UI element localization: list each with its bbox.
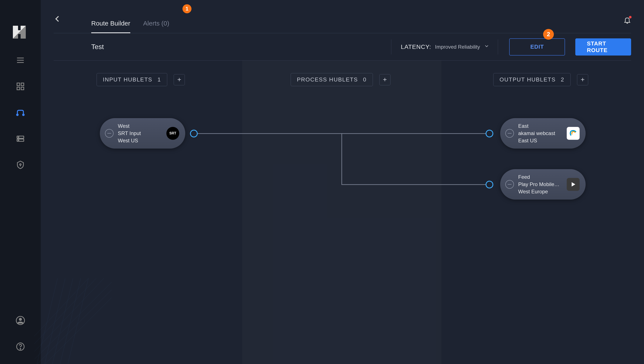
- input-hublet-west[interactable]: West SRT Input West US SRT: [100, 118, 185, 148]
- hublet-name: Feed: [518, 174, 562, 180]
- input-column-header: INPUT HUBLETS 1 +: [97, 73, 185, 86]
- edit-button[interactable]: EDIT: [509, 38, 565, 56]
- output-count: 2: [561, 76, 564, 83]
- sidebar-item-routes[interactable]: [16, 108, 25, 117]
- akamai-icon: [567, 127, 580, 140]
- svg-line-24: [34, 278, 104, 352]
- hublet-region: East US: [518, 138, 562, 144]
- svg-rect-6: [21, 87, 24, 90]
- play-icon: [567, 178, 580, 191]
- process-count: 0: [363, 76, 366, 83]
- header-top-row: Route Builder Alerts (0) 1: [54, 0, 631, 33]
- hublet-type: SRT Input: [118, 130, 162, 136]
- hublet-region: West US: [118, 138, 162, 144]
- svg-point-8: [23, 114, 24, 116]
- action-buttons: EDIT START ROUTE: [509, 38, 631, 56]
- chevron-down-icon: [484, 43, 489, 50]
- notification-dot: [629, 16, 631, 18]
- add-process-hublet-button[interactable]: +: [379, 74, 390, 85]
- hublet-text: East akamai webcast East US: [518, 123, 562, 144]
- label-text: OUTPUT HUBLETS: [500, 76, 556, 83]
- process-column-band: [242, 61, 441, 364]
- output-hublet-feed[interactable]: Feed Play Pro Mobile… West Europe: [500, 169, 586, 200]
- output1-input-port[interactable]: [486, 130, 493, 138]
- app-logo: [13, 26, 26, 38]
- divider: [498, 40, 498, 54]
- svg-line-30: [58, 278, 81, 364]
- hublet-name: West: [118, 123, 162, 129]
- input-count: 1: [158, 76, 161, 83]
- svg-line-22: [34, 290, 112, 364]
- svg-marker-20: [572, 182, 575, 186]
- input-hublets-label: INPUT HUBLETS 1: [97, 73, 167, 86]
- svg-point-7: [17, 114, 18, 116]
- header-second-row: Test LATENCY: Improved Reliability EDIT …: [54, 33, 631, 61]
- start-route-button[interactable]: START ROUTE: [575, 38, 631, 56]
- label-text: INPUT HUBLETS: [103, 76, 152, 83]
- hublet-type: akamai webcast: [518, 130, 562, 136]
- svg-line-26: [34, 278, 88, 336]
- tab-alerts[interactable]: Alerts (0): [143, 20, 169, 33]
- sidebar-item-servers[interactable]: [16, 134, 25, 143]
- route-canvas: INPUT HUBLETS 1 + PROCESS HUBLETS 0 + OU…: [41, 61, 644, 364]
- svg-rect-3: [17, 83, 20, 86]
- add-input-hublet-button[interactable]: +: [174, 74, 185, 85]
- svg-line-21: [34, 298, 112, 364]
- notifications-button[interactable]: [623, 16, 631, 25]
- latency-label: LATENCY:: [401, 44, 431, 50]
- svg-line-28: [42, 278, 65, 364]
- remove-hublet-button[interactable]: [505, 129, 514, 138]
- remove-hublet-button[interactable]: [505, 180, 514, 189]
- sidebar-item-help[interactable]: [16, 342, 25, 351]
- hublet-text: Feed Play Pro Mobile… West Europe: [518, 174, 562, 195]
- remove-hublet-button[interactable]: [105, 129, 114, 138]
- hublet-region: West Europe: [518, 188, 562, 195]
- srt-icon: SRT: [166, 127, 179, 140]
- process-column-header: PROCESS HUBLETS 0 +: [291, 73, 390, 86]
- svg-rect-5: [17, 87, 20, 90]
- output-hublets-label: OUTPUT HUBLETS 2: [493, 73, 571, 86]
- hublet-text: West SRT Input West US: [118, 123, 162, 144]
- svg-point-13: [20, 164, 21, 165]
- background-mesh: [30, 278, 116, 364]
- sidebar-item-dashboard[interactable]: [16, 82, 25, 91]
- main-content: Route Builder Alerts (0) 1 Test LATENCY:…: [41, 0, 644, 364]
- add-output-hublet-button[interactable]: +: [577, 74, 588, 85]
- svg-point-12: [18, 140, 19, 141]
- svg-point-18: [20, 348, 21, 350]
- label-text: PROCESS HUBLETS: [297, 76, 358, 83]
- svg-line-23: [34, 282, 112, 359]
- sidebar-item-security[interactable]: [16, 160, 25, 169]
- tab-route-builder[interactable]: Route Builder: [91, 20, 130, 33]
- route-name: Test: [91, 43, 104, 51]
- svg-line-25: [34, 278, 96, 344]
- svg-rect-4: [21, 83, 24, 86]
- action-badge: 2: [543, 29, 554, 40]
- latency-value: Improved Reliability: [435, 44, 480, 50]
- latency-selector[interactable]: LATENCY: Improved Reliability: [391, 40, 489, 54]
- sidebar: [0, 0, 41, 364]
- svg-line-29: [50, 278, 73, 364]
- back-button[interactable]: [54, 15, 62, 24]
- output-column-header: OUTPUT HUBLETS 2 +: [493, 73, 588, 86]
- hublet-name: East: [518, 123, 562, 129]
- svg-point-11: [18, 137, 19, 138]
- tab-badge: 1: [182, 4, 191, 13]
- hublet-type: Play Pro Mobile…: [518, 181, 562, 188]
- output2-input-port[interactable]: [486, 181, 493, 188]
- input-output-port[interactable]: [190, 130, 198, 138]
- sidebar-item-account[interactable]: [16, 316, 25, 325]
- svg-point-16: [19, 318, 22, 321]
- svg-line-31: [65, 278, 88, 364]
- tabs: Route Builder Alerts (0): [91, 20, 169, 33]
- process-hublets-label: PROCESS HUBLETS 0: [291, 73, 373, 86]
- sidebar-menu-toggle[interactable]: [16, 56, 25, 65]
- output-hublet-east[interactable]: East akamai webcast East US: [500, 118, 586, 148]
